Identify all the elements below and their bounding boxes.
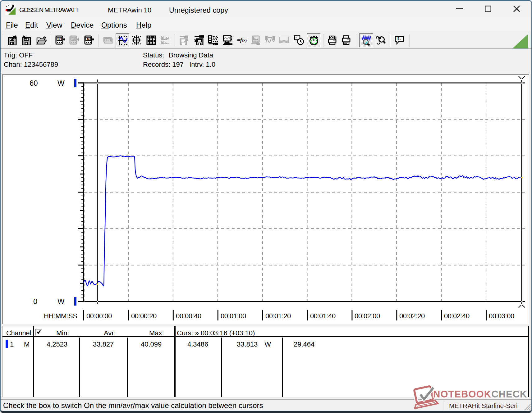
svg-text:00:01:20: 00:01:20 [265,312,291,320]
svg-text:HH:MM:SS: HH:MM:SS [44,312,77,320]
svg-text:W: W [57,297,65,306]
svg-text:00:00:40: 00:00:40 [176,312,201,320]
svg-text:00:00:20: 00:00:20 [131,312,157,320]
svg-text:00:01:00: 00:01:00 [221,312,246,320]
svg-text:60: 60 [30,79,38,87]
svg-text:00:01:40: 00:01:40 [310,312,336,320]
svg-text:00:02:20: 00:02:20 [399,312,425,320]
svg-text:W: W [57,79,65,87]
svg-text:00:03:00: 00:03:00 [489,312,514,320]
svg-text:0: 0 [33,297,37,306]
svg-text:00:02:00: 00:02:00 [355,312,380,320]
svg-text:00:00:00: 00:00:00 [86,312,112,320]
svg-text:00:02:40: 00:02:40 [444,312,470,320]
